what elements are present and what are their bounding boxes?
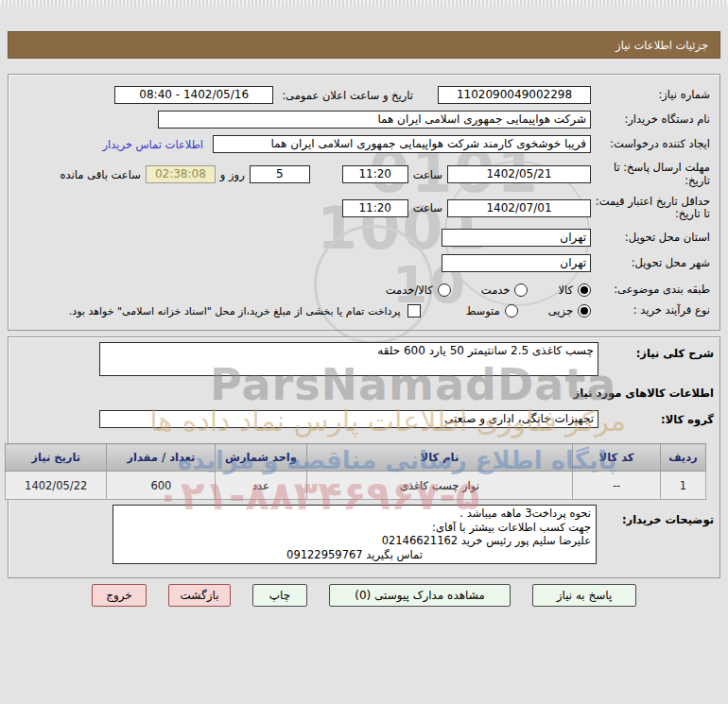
city-label: شهر محل تحویل: <box>591 257 710 270</box>
validity-hour-label: ساعت <box>413 201 442 215</box>
col-unit: واحد شمارش <box>216 444 306 472</box>
validity-time-field[interactable]: 11:20 <box>342 199 408 217</box>
note-line: 09122959767 تماس بگیرید <box>118 548 591 562</box>
deadline-date-field[interactable]: 1402/05/21 <box>447 165 591 183</box>
note-line: نحوه پرداخت3 ماهه میباشد . <box>118 507 591 521</box>
requester-row: ایجاد کننده درخواست: فریبا خوشخوی کارمند… <box>18 135 710 153</box>
cell-quantity: 600 <box>107 472 216 500</box>
buyer-notes-field[interactable]: نحوه پرداخت3 ماهه میباشد . جهت کسب اطلاع… <box>113 505 597 564</box>
radio-minor[interactable] <box>578 304 591 318</box>
action-buttons: خروج بازگشت چاپ مشاهده مدارک پیوستی (0) … <box>0 584 728 607</box>
col-quantity: تعداد / مقدار <box>107 444 216 472</box>
col-item-name: نام کالا <box>306 444 573 472</box>
deadline-label: مهلت ارسال پاسخ: تا تاریخ: <box>591 162 710 188</box>
col-item-code: کد کالا <box>573 444 661 472</box>
city-field[interactable]: تهران <box>442 254 591 272</box>
goods-group-field[interactable]: تجهیزات خانگی، اداری و صنعتی <box>99 410 598 428</box>
col-need-date: تاریخ نیاز <box>6 444 107 472</box>
requester-label: ایجاد کننده درخواست: <box>591 138 710 151</box>
need-desc-field[interactable]: چسب کاغذی 2.5 سانتیمتر 50 یارد 600 حلقه <box>99 342 598 376</box>
respond-to-need-button[interactable]: پاسخ به نیاز <box>532 584 636 607</box>
requester-field[interactable]: فریبا خوشخوی کارمند شرکت هواپیمایی جمهور… <box>213 135 591 153</box>
goods-group-label: گروه کالا: <box>661 413 714 426</box>
exit-button[interactable]: خروج <box>92 584 147 607</box>
items-heading: اطلاعات کالاهای مورد نیاز <box>574 386 714 400</box>
deadline-hour-label: ساعت <box>413 168 442 181</box>
buyer-notes-label: توضیحات خریدار: <box>622 513 714 526</box>
page-title-text: جزئیات اطلاعات نیاز <box>615 39 708 52</box>
province-row: استان محل تحویل: تهران <box>18 229 710 247</box>
announce-label: تاریخ و ساعت اعلان عمومی: <box>282 89 413 102</box>
need-number-field[interactable]: 1102090049002298 <box>438 86 591 104</box>
city-row: شهر محل تحویل: تهران <box>18 254 710 272</box>
deadline-time-field[interactable]: 11:20 <box>342 165 408 183</box>
validity-label: حداقل تاریخ اعتبار قیمت: تا تاریخ: <box>591 196 710 222</box>
cell-row-number: 1 <box>660 472 705 500</box>
cell-item-name: نوار چسب کاغذی <box>306 472 573 500</box>
category-label: طبقه بندی موضوعی: <box>591 283 710 297</box>
cell-item-code: -- <box>573 472 661 500</box>
process-type-row: نوع فرآیند خرید : جزیی متوسط پرداخت تمام… <box>18 304 710 318</box>
need-number-row: شماره نیاز: 1102090049002298 تاریخ و ساع… <box>18 86 710 104</box>
countdown-field: 02:38:08 <box>146 165 216 183</box>
radio-goods-service[interactable] <box>438 283 451 297</box>
radio-minor-label: جزیی <box>548 304 573 318</box>
cell-need-date: 1402/05/22 <box>6 472 107 500</box>
col-row-number: ردیف <box>660 444 705 472</box>
note-line: علیرضا سلیم پور رئیس خرید 02146621162 <box>118 534 591 548</box>
buyer-org-label: نام دستگاه خریدار: <box>591 113 710 127</box>
need-desc-label: شرح کلی نیاز: <box>636 347 714 360</box>
cell-unit: عدد <box>216 472 306 500</box>
page-title: جزئیات اطلاعات نیاز <box>8 31 720 59</box>
buyer-org-row: نام دستگاه خریدار: شرکت هواپیمایی جمهوری… <box>18 111 710 129</box>
validity-date-field[interactable]: 1402/07/01 <box>447 199 591 217</box>
back-button[interactable]: بازگشت <box>168 584 231 607</box>
province-field[interactable]: تهران <box>442 229 591 247</box>
countdown-label: ساعت باقی مانده <box>61 168 141 181</box>
radio-medium-label: متوسط <box>466 304 500 318</box>
top-strip <box>0 0 728 7</box>
need-items-panel: شرح کلی نیاز: چسب کاغذی 2.5 سانتیمتر 50 … <box>8 336 720 578</box>
buyer-contact-link[interactable]: اطلاعات تماس خریدار <box>102 138 203 151</box>
province-label: استان محل تحویل: <box>591 232 710 245</box>
deadline-row: مهلت ارسال پاسخ: تا تاریخ: 1402/05/21 سا… <box>18 162 710 188</box>
validity-row: حداقل تاریخ اعتبار قیمت: تا تاریخ: 1402/… <box>18 196 710 222</box>
days-label: روز و <box>220 168 245 181</box>
radio-goods-label: کالا <box>558 283 573 297</box>
need-number-label: شماره نیاز: <box>591 89 710 102</box>
process-type-label: نوع فرآیند خرید : <box>591 304 710 318</box>
print-button[interactable]: چاپ <box>252 584 307 607</box>
treasury-checkbox-label: پرداخت تمام یا بخشی از مبلغ خرید،از محل … <box>69 305 401 318</box>
announce-datetime-field[interactable]: 1402/05/16 - 08:40 <box>114 86 273 104</box>
table-row: 1 -- نوار چسب کاغذی عدد 600 1402/05/22 <box>6 472 706 500</box>
general-info-panel: شماره نیاز: 1102090049002298 تاریخ و ساع… <box>8 74 720 331</box>
items-table: ردیف کد کالا نام کالا واحد شمارش تعداد /… <box>5 443 706 500</box>
view-attachments-button[interactable]: مشاهده مدارک پیوستی (0) <box>329 584 511 607</box>
items-table-header-row: ردیف کد کالا نام کالا واحد شمارش تعداد /… <box>6 444 706 472</box>
radio-service-label: خدمت <box>481 283 511 297</box>
need-details-page: 0101 1001 10 جزئیات اطلاعات نیاز شماره ن… <box>0 0 728 704</box>
radio-service[interactable] <box>514 283 528 297</box>
radio-medium[interactable] <box>505 304 518 318</box>
treasury-checkbox[interactable] <box>407 304 421 318</box>
note-line: جهت کسب اطلاعات بیشتر با آقای: <box>118 521 591 535</box>
category-row: طبقه بندی موضوعی: کالا خدمت کالا/خدمت <box>18 283 710 297</box>
radio-goods-service-label: کالا/خدمت <box>386 283 433 297</box>
buyer-org-field[interactable]: شرکت هواپیمایی جمهوری اسلامی ایران هما <box>158 111 591 129</box>
days-remaining-field[interactable]: 5 <box>250 165 310 183</box>
radio-goods[interactable] <box>578 283 591 297</box>
